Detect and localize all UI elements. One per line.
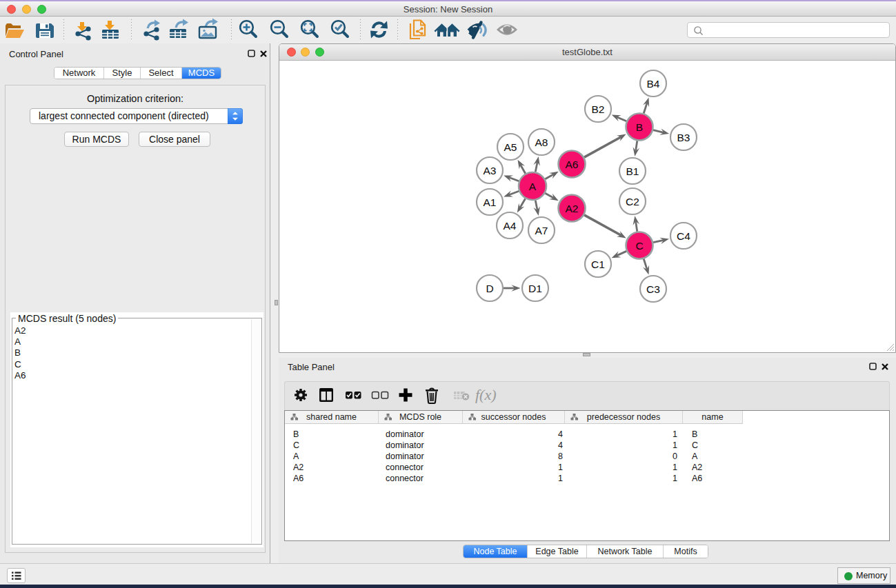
svg-text:A2: A2 <box>566 203 579 214</box>
svg-text:A7: A7 <box>535 225 548 236</box>
svg-text:A1: A1 <box>484 196 497 208</box>
svg-text:A3: A3 <box>484 165 497 176</box>
svg-text:B4: B4 <box>647 78 660 90</box>
svg-text:C4: C4 <box>677 230 690 242</box>
svg-text:B1: B1 <box>626 165 639 177</box>
svg-text:B3: B3 <box>677 132 690 143</box>
svg-text:C1: C1 <box>591 258 605 270</box>
svg-text:A: A <box>529 181 537 192</box>
svg-text:B2: B2 <box>592 103 605 115</box>
svg-text:A4: A4 <box>504 220 517 232</box>
svg-text:C2: C2 <box>626 196 639 207</box>
svg-text:C3: C3 <box>646 283 660 295</box>
svg-text:A5: A5 <box>504 141 517 153</box>
svg-text:B: B <box>636 121 643 133</box>
svg-text:A6: A6 <box>566 159 579 170</box>
svg-text:C: C <box>635 240 643 252</box>
svg-text:D1: D1 <box>528 283 542 294</box>
svg-text:D: D <box>486 283 493 294</box>
svg-text:f(x): f(x) <box>475 386 497 403</box>
svg-text:A8: A8 <box>535 136 548 148</box>
